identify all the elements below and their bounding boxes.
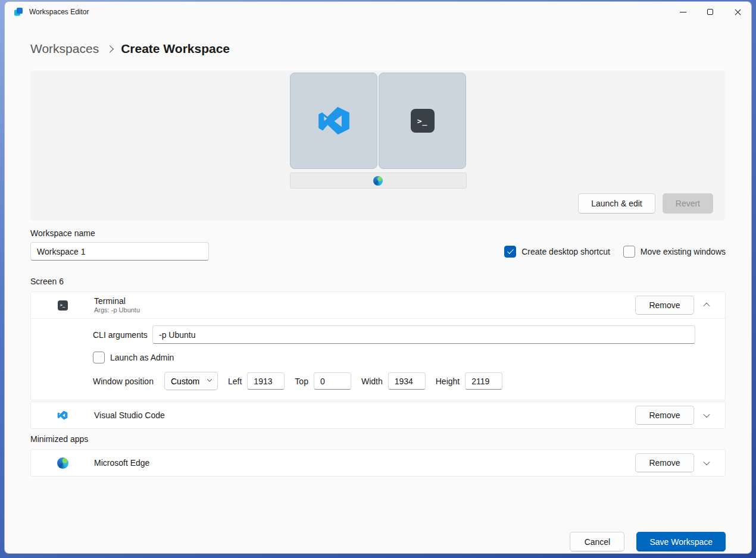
preview-tile-terminal: >_	[379, 73, 466, 169]
remove-vscode-button[interactable]: Remove	[635, 406, 694, 425]
minimize-button[interactable]	[669, 2, 696, 22]
cli-arguments-row: CLI arguments	[93, 325, 725, 344]
height-input[interactable]	[465, 372, 502, 390]
breadcrumb-workspaces[interactable]: Workspaces	[30, 42, 99, 56]
width-input[interactable]	[388, 372, 426, 390]
name-row: Create desktop shortcut Move existing wi…	[30, 242, 726, 261]
save-workspace-button[interactable]: Save Workspace	[636, 532, 726, 551]
create-shortcut-checkbox[interactable]	[504, 246, 516, 258]
titlebar: Workspaces Editor	[5, 2, 751, 22]
revert-button: Revert	[663, 193, 713, 214]
vscode-icon	[57, 409, 68, 421]
vscode-row: Visual Studio Code Remove	[31, 402, 725, 428]
launch-as-admin-row: Launch as Admin	[93, 352, 725, 363]
minimize-icon	[680, 12, 686, 12]
cancel-button[interactable]: Cancel	[570, 532, 624, 551]
workspace-preview-panel: >_ Launch & edit Revert	[30, 71, 726, 220]
cli-arguments-label: CLI arguments	[93, 330, 152, 340]
chevron-down-icon	[703, 459, 710, 465]
app-rows: >_ Terminal Args: -p Ubuntu Remove CLI a…	[30, 291, 726, 429]
footer-actions: Cancel Save Workspace	[570, 532, 726, 551]
preview-actions: Launch & edit Revert	[578, 193, 713, 214]
preview-taskbar	[290, 173, 467, 189]
chevron-right-icon	[106, 45, 114, 53]
edge-icon	[373, 176, 383, 186]
close-button[interactable]	[724, 2, 751, 22]
launch-as-admin-checkbox[interactable]	[93, 352, 105, 363]
width-label: Width	[361, 377, 383, 386]
workspace-name-label: Workspace name	[30, 228, 726, 238]
chevron-down-icon	[207, 377, 212, 381]
monitor-preview: >_	[30, 71, 726, 169]
move-windows-checkbox[interactable]	[623, 246, 635, 258]
app-card-terminal: >_ Terminal Args: -p Ubuntu Remove CLI a…	[30, 291, 726, 400]
expand-edge-button[interactable]	[694, 453, 719, 472]
window-controls	[669, 2, 751, 22]
chevron-up-icon	[703, 303, 710, 309]
window-title: Workspaces Editor	[29, 8, 89, 16]
workspaces-app-icon	[14, 7, 23, 17]
edge-row: Microsoft Edge Remove	[31, 450, 725, 476]
terminal-app-args: Args: -p Ubuntu	[94, 306, 140, 314]
move-windows-label: Move existing windows	[641, 247, 726, 256]
terminal-row: >_ Terminal Args: -p Ubuntu Remove	[31, 292, 725, 318]
page-title: Create Workspace	[121, 42, 230, 56]
create-shortcut-label: Create desktop shortcut	[521, 247, 610, 256]
remove-edge-button[interactable]: Remove	[635, 453, 694, 472]
vscode-icon	[315, 102, 352, 139]
close-icon	[734, 8, 742, 16]
launch-as-admin-label: Launch as Admin	[110, 353, 174, 362]
workspace-options: Create desktop shortcut Move existing wi…	[504, 246, 726, 258]
terminal-icon: >_	[58, 300, 68, 311]
collapse-terminal-button[interactable]	[694, 296, 719, 315]
terminal-glyph: >_	[60, 303, 65, 308]
maximize-icon	[707, 9, 713, 15]
top-label: Top	[295, 377, 308, 386]
chevron-down-icon	[703, 411, 710, 418]
move-windows-option: Move existing windows	[623, 246, 726, 258]
screen-section-label: Screen 6	[30, 277, 726, 286]
create-shortcut-option: Create desktop shortcut	[504, 246, 610, 258]
terminal-details: CLI arguments Launch as Admin Window pos…	[31, 318, 725, 400]
height-label: Height	[436, 377, 460, 386]
remove-terminal-button[interactable]: Remove	[635, 296, 694, 315]
app-card-vscode: Visual Studio Code Remove	[30, 402, 726, 429]
workspaces-editor-window: Workspaces Editor Workspaces Create Work…	[4, 1, 752, 554]
maximize-button[interactable]	[696, 2, 724, 22]
terminal-icon: >_	[411, 109, 435, 133]
workspace-name-input[interactable]	[30, 242, 209, 261]
breadcrumb: Workspaces Create Workspace	[30, 42, 726, 56]
minimized-rows: Microsoft Edge Remove	[30, 449, 726, 477]
window-position-value: Custom	[171, 377, 199, 386]
window-position-row: Window position Custom Left Top Width He…	[93, 372, 725, 390]
left-input[interactable]	[247, 372, 285, 390]
cli-arguments-input[interactable]	[152, 325, 695, 344]
edge-app-name: Microsoft Edge	[94, 458, 149, 468]
preview-tile-vscode	[290, 73, 377, 169]
top-input[interactable]	[314, 372, 351, 390]
launch-edit-button[interactable]: Launch & edit	[578, 193, 655, 214]
page-content: Workspaces Create Workspace >_ Launch	[5, 42, 751, 554]
left-label: Left	[228, 377, 242, 386]
vscode-app-name: Visual Studio Code	[94, 410, 165, 421]
app-card-edge: Microsoft Edge Remove	[30, 449, 726, 477]
terminal-app-name: Terminal	[94, 296, 140, 306]
window-position-dropdown[interactable]: Custom	[164, 372, 218, 390]
minimized-apps-label: Minimized apps	[30, 434, 726, 444]
window-position-label: Window position	[93, 377, 164, 386]
checkmark-icon	[507, 247, 514, 254]
terminal-glyph: >_	[417, 117, 428, 126]
expand-vscode-button[interactable]	[694, 406, 719, 425]
edge-icon	[57, 457, 68, 469]
